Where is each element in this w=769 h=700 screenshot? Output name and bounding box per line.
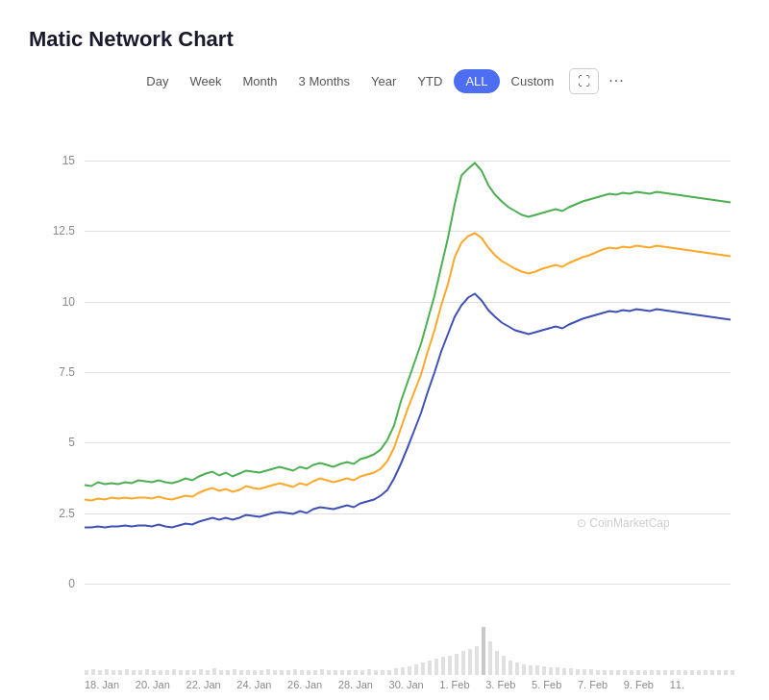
svg-rect-61 (401, 667, 405, 675)
svg-rect-110 (731, 670, 734, 675)
svg-rect-34 (219, 670, 223, 675)
svg-rect-32 (206, 670, 210, 675)
x-label-5: 28. Jan (338, 679, 373, 690)
svg-rect-60 (394, 668, 398, 675)
svg-rect-98 (650, 670, 654, 675)
svg-rect-73 (482, 627, 485, 675)
svg-rect-40 (260, 670, 263, 675)
svg-rect-65 (428, 661, 432, 675)
svg-rect-52 (340, 670, 344, 675)
svg-rect-80 (529, 665, 533, 675)
svg-rect-69 (455, 654, 459, 675)
svg-rect-75 (495, 651, 499, 675)
svg-rect-16 (98, 670, 102, 675)
svg-rect-62 (408, 666, 411, 675)
svg-rect-56 (367, 669, 371, 675)
svg-rect-31 (199, 669, 203, 675)
tab-3months[interactable]: 3 Months (289, 69, 360, 93)
app-container: Matic Network Chart Day Week Month 3 Mon… (0, 0, 769, 700)
svg-rect-38 (246, 670, 250, 675)
svg-rect-104 (690, 670, 694, 675)
svg-rect-63 (414, 664, 418, 675)
svg-rect-54 (354, 670, 358, 675)
svg-rect-67 (441, 657, 445, 675)
svg-rect-45 (293, 669, 297, 675)
chart-area: 0 2.5 5 7.5 10 12.5 15 ⊙ CoinMarketCap (29, 104, 740, 690)
x-label-11: 9. Feb (624, 679, 654, 690)
svg-rect-85 (562, 668, 566, 675)
volume-area (29, 622, 740, 675)
svg-text:0: 0 (68, 577, 75, 590)
svg-rect-25 (159, 670, 162, 675)
svg-rect-89 (589, 669, 593, 675)
x-label-12: 11. (670, 679, 684, 690)
svg-rect-74 (488, 641, 492, 675)
svg-rect-71 (468, 649, 472, 675)
svg-rect-30 (192, 670, 196, 675)
tab-all[interactable]: ALL (454, 69, 499, 93)
svg-rect-59 (387, 670, 391, 675)
svg-rect-79 (522, 664, 526, 675)
tab-ytd[interactable]: YTD (408, 69, 452, 93)
svg-rect-96 (636, 670, 640, 675)
svg-rect-41 (266, 669, 270, 675)
time-range-toolbar: Day Week Month 3 Months Year YTD ALL Cus… (29, 67, 740, 94)
svg-rect-84 (556, 667, 559, 675)
svg-rect-21 (132, 670, 136, 675)
x-label-0: 18. Jan (85, 679, 119, 690)
x-label-8: 3. Feb (485, 679, 515, 690)
svg-rect-95 (630, 670, 633, 675)
svg-rect-109 (724, 670, 728, 675)
svg-text:7.5: 7.5 (59, 365, 75, 379)
tab-week[interactable]: Week (180, 69, 231, 93)
svg-rect-58 (381, 670, 384, 675)
svg-text:10: 10 (62, 295, 76, 309)
svg-rect-107 (710, 670, 714, 675)
x-label-2: 22. Jan (186, 679, 221, 690)
page-title: Matic Network Chart (29, 27, 740, 52)
main-chart-container: 0 2.5 5 7.5 10 12.5 15 ⊙ CoinMarketCap (29, 104, 740, 622)
more-options-icon[interactable]: ··· (601, 67, 632, 94)
svg-rect-83 (549, 667, 553, 675)
svg-rect-33 (212, 668, 216, 675)
svg-rect-48 (313, 670, 317, 675)
svg-text:15: 15 (62, 154, 76, 167)
svg-rect-76 (502, 656, 506, 675)
svg-rect-29 (186, 670, 189, 675)
svg-rect-106 (704, 670, 707, 675)
svg-rect-51 (334, 670, 337, 675)
tab-year[interactable]: Year (361, 69, 406, 93)
svg-rect-72 (475, 646, 479, 675)
svg-rect-20 (125, 669, 129, 675)
svg-rect-105 (697, 670, 701, 675)
svg-rect-81 (535, 665, 539, 675)
svg-rect-42 (273, 670, 277, 675)
svg-rect-18 (112, 670, 115, 675)
svg-rect-93 (616, 670, 620, 675)
x-label-1: 20. Jan (136, 679, 170, 690)
svg-rect-91 (603, 670, 607, 675)
svg-rect-22 (138, 670, 142, 675)
svg-text:12.5: 12.5 (53, 224, 76, 238)
svg-rect-24 (152, 670, 156, 675)
tab-day[interactable]: Day (136, 69, 178, 93)
tab-month[interactable]: Month (233, 69, 286, 93)
tab-custom[interactable]: Custom (502, 69, 564, 93)
svg-rect-70 (461, 651, 465, 675)
x-label-4: 26. Jan (287, 679, 322, 690)
svg-rect-100 (663, 670, 667, 675)
expand-icon[interactable]: ⛶ (569, 68, 599, 94)
svg-text:5: 5 (68, 436, 75, 449)
svg-rect-94 (623, 670, 627, 675)
main-chart-svg: 0 2.5 5 7.5 10 12.5 15 ⊙ CoinMarketCap (29, 104, 740, 622)
x-axis-labels: 18. Jan 20. Jan 22. Jan 24. Jan 26. Jan … (29, 675, 740, 690)
svg-rect-35 (226, 670, 230, 675)
svg-rect-78 (515, 662, 519, 675)
svg-rect-55 (360, 670, 364, 675)
svg-rect-49 (320, 669, 324, 675)
svg-rect-47 (307, 670, 310, 675)
svg-rect-19 (118, 670, 122, 675)
x-label-7: 1. Feb (439, 679, 469, 690)
svg-rect-37 (239, 670, 243, 675)
svg-rect-68 (448, 656, 452, 675)
